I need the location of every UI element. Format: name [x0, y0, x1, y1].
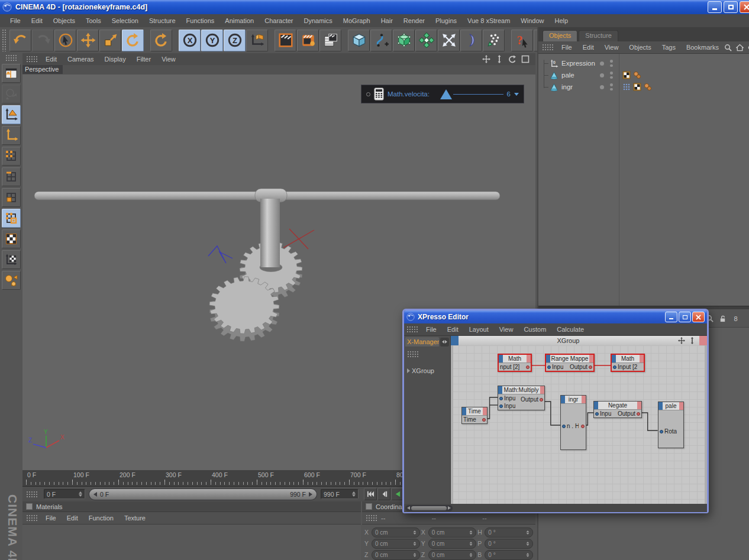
node-output-corner-icon[interactable]: [527, 355, 531, 362]
menu-functions[interactable]: Functions: [181, 15, 220, 26]
xpresso-panel-grip[interactable]: [407, 351, 419, 358]
sidebar-grip[interactable]: [5, 54, 17, 61]
menu-render[interactable]: Render: [398, 15, 430, 26]
xgroup-header[interactable]: XGroup: [451, 336, 707, 346]
object-item-expression[interactable]: 0Expression: [538, 57, 749, 69]
restore-button[interactable]: [724, 1, 738, 13]
node-input-corner-icon[interactable]: [499, 355, 503, 362]
menu-structure[interactable]: Structure: [144, 15, 181, 26]
xpresso-menu-calculate[interactable]: Calculate: [551, 324, 589, 335]
scroll-nodes-icon[interactable]: [689, 337, 696, 344]
xgroup-tree-item[interactable]: XGroup: [404, 358, 450, 374]
coordinate-field-x[interactable]: 0 cm: [428, 527, 477, 538]
add-deformer-button[interactable]: [438, 30, 460, 51]
camera-navigation-button[interactable]: [2, 85, 21, 103]
menu-window[interactable]: Window: [515, 15, 549, 26]
object-manager-menu-tags[interactable]: Tags: [657, 42, 681, 53]
current-frame-field[interactable]: 0 F: [44, 489, 85, 499]
xgroup-input-square-icon[interactable]: [451, 336, 459, 345]
input-port[interactable]: [499, 404, 503, 408]
object-item-ingr[interactable]: ingr: [538, 81, 749, 93]
move-tool-button[interactable]: [77, 30, 99, 51]
output-port[interactable]: [637, 412, 640, 416]
menu-objects[interactable]: Objects: [48, 15, 80, 26]
axis-mode-button[interactable]: [2, 126, 21, 145]
rotate-view-icon[interactable]: [508, 55, 516, 63]
menu-file[interactable]: File: [5, 15, 26, 26]
chevron-down-icon[interactable]: [514, 93, 519, 96]
tab-structure[interactable]: Structure: [579, 30, 618, 41]
slider-thumb-icon[interactable]: [440, 89, 452, 99]
node-input-corner-icon[interactable]: [546, 355, 550, 362]
smoothing-tag-icon[interactable]: [633, 71, 641, 79]
xpresso-menu-layout[interactable]: Layout: [464, 324, 494, 335]
menu-dynamics[interactable]: Dynamics: [299, 15, 338, 26]
add-generator-button[interactable]: [393, 30, 415, 51]
output-port[interactable]: [526, 365, 530, 369]
texture-tag-icon[interactable]: [622, 71, 631, 79]
node-output-corner-icon[interactable]: [679, 402, 683, 410]
value-stepper[interactable]: [470, 530, 473, 534]
minimize-button[interactable]: [708, 1, 722, 13]
goto-start-button[interactable]: [364, 488, 377, 500]
input-port[interactable]: [562, 425, 566, 428]
xpresso-node-time[interactable]: TimeTime: [461, 407, 488, 424]
node-input-corner-icon[interactable]: [658, 402, 663, 410]
lock-icon[interactable]: [719, 315, 727, 322]
node-input-corner-icon[interactable]: [462, 407, 466, 415]
texture-axis-mode-button[interactable]: [2, 250, 21, 269]
texture-mode-button[interactable]: [2, 229, 21, 248]
tab-objects[interactable]: Objects: [543, 30, 577, 41]
menu-edit[interactable]: Edit: [26, 15, 48, 26]
viewport-menu-filter[interactable]: Filter: [131, 54, 156, 64]
coordinates-menu-2[interactable]: --: [481, 513, 532, 523]
object-manager-menu-edit[interactable]: Edit: [577, 42, 599, 53]
value-stepper[interactable]: [470, 552, 473, 556]
value-stepper[interactable]: [413, 530, 416, 534]
xpresso-hscrollbar[interactable]: [405, 505, 453, 512]
object-manager-menu-bookmarks[interactable]: Bookmarks: [681, 42, 724, 53]
materials-menu-file[interactable]: File: [40, 513, 62, 523]
input-port[interactable]: [613, 365, 616, 369]
render-settings-button[interactable]: [297, 30, 319, 51]
materials-menu-edit[interactable]: Edit: [62, 513, 83, 523]
xpresso-node-math-top-right[interactable]: MathInput [2: [611, 354, 645, 372]
menu-character[interactable]: Character: [259, 15, 298, 26]
viewport-menu-cameras[interactable]: Cameras: [62, 54, 99, 64]
hud-value[interactable]: 6: [507, 90, 511, 98]
xpresso-tag-icon[interactable]: [622, 83, 631, 91]
input-port[interactable]: [595, 412, 599, 416]
lock-x-button[interactable]: X: [179, 30, 201, 51]
model-mode-button[interactable]: [2, 209, 21, 228]
menu-hair[interactable]: Hair: [376, 15, 398, 26]
add-cube-button[interactable]: [348, 30, 370, 51]
input-port[interactable]: [660, 430, 663, 433]
render-view-button[interactable]: [275, 30, 296, 51]
object-manager-menu-file[interactable]: File: [556, 42, 577, 53]
history-icon[interactable]: 8: [732, 315, 740, 322]
node-output-corner-icon[interactable]: [589, 355, 593, 362]
viewport-menu-grip[interactable]: [26, 56, 38, 63]
prev-frame-button[interactable]: [377, 488, 390, 500]
xpresso-close-button[interactable]: [692, 312, 705, 322]
zoom-view-icon[interactable]: [495, 55, 503, 63]
search-icon[interactable]: [724, 44, 732, 51]
undo-button[interactable]: [9, 30, 31, 51]
materials-menu-texture[interactable]: Texture: [119, 513, 151, 523]
viewport-menu-view[interactable]: View: [156, 54, 181, 64]
smoothing-tag-icon[interactable]: [644, 83, 652, 91]
tab-x-manager[interactable]: X-Manager: [405, 337, 439, 347]
coordinate-field-p[interactable]: 0 °: [485, 539, 533, 549]
coordinate-system-button[interactable]: [246, 30, 268, 51]
make-editable-button[interactable]: [2, 105, 21, 124]
velocity-slider[interactable]: [433, 85, 503, 103]
end-frame-stepper[interactable]: [352, 491, 356, 497]
xpresso-title-bar[interactable]: XPresso Editor: [404, 310, 707, 323]
output-port[interactable]: [482, 418, 486, 422]
value-stepper[interactable]: [527, 530, 530, 534]
menu-plugins[interactable]: Plugins: [430, 15, 462, 26]
object-manager-menu-objects[interactable]: Objects: [624, 42, 656, 53]
xpresso-maximize-button[interactable]: [679, 312, 691, 322]
menu-tools[interactable]: Tools: [80, 15, 106, 26]
animation-mode-button[interactable]: [2, 271, 21, 290]
